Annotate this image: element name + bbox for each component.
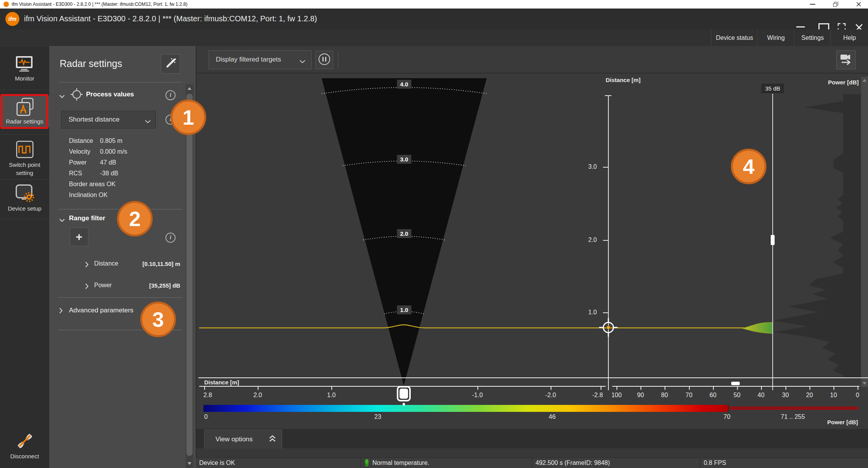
view-options-substrip xyxy=(196,448,868,458)
colorbar-label: 23 xyxy=(374,413,381,420)
range-ring-label: 4.0 xyxy=(397,80,412,89)
ruler-tick-label: 60 xyxy=(710,392,716,399)
range-ring-label: 3.0 xyxy=(397,155,412,164)
annotation-circle-2: 2 xyxy=(117,201,153,237)
colorbar-label: 46 xyxy=(549,413,556,420)
annotation-red-highlight xyxy=(1,94,48,129)
ruler-tick xyxy=(689,386,690,390)
ruler-tick xyxy=(737,386,738,390)
ruler-top-line xyxy=(198,377,868,378)
ruler-handle[interactable] xyxy=(731,382,740,385)
ruler-tick xyxy=(617,386,617,390)
ruler-tick xyxy=(551,386,551,390)
annotation-circle-1: 1 xyxy=(170,99,206,135)
status-temperature: Normal temperature. xyxy=(365,458,528,468)
ruler-tick-label: 1.0 xyxy=(327,392,336,399)
ruler-tick xyxy=(809,386,810,390)
colorbar-label: 71 .. 255 xyxy=(781,413,805,420)
ruler-tick-label: 50 xyxy=(734,392,741,399)
axis-tick xyxy=(603,167,608,168)
ruler-tick-label: 30 xyxy=(782,392,789,399)
ruler-tick-label: 100 xyxy=(611,392,622,399)
ruler-tick-label: 40 xyxy=(758,392,765,399)
slider-handle-dot xyxy=(403,403,405,406)
power-colorbar-overflow xyxy=(729,406,858,410)
status-fps-text: 0.8 FPS xyxy=(704,459,726,466)
distance-axis-title: Distance [m] xyxy=(606,77,641,83)
distance-axis-line xyxy=(608,96,609,390)
scroll-down-arrow[interactable] xyxy=(863,382,866,385)
ruler-tick-label: 0 xyxy=(856,392,859,399)
colorbar-axis-title: Power [dB] xyxy=(827,419,858,425)
target-marker[interactable] xyxy=(599,318,618,338)
thermometer-icon xyxy=(365,459,369,466)
ruler-tick-label: 2.8 xyxy=(203,392,212,399)
ruler-tick-label: 80 xyxy=(661,392,668,399)
annotation-circle-4: 4 xyxy=(731,149,766,184)
ruler-tick-label: 2.0 xyxy=(253,392,262,399)
ruler-tick xyxy=(761,386,762,390)
ruler-tick-label: 20 xyxy=(806,392,813,399)
axis-tick xyxy=(603,240,608,241)
ruler-tick xyxy=(477,386,478,390)
power-histogram xyxy=(773,94,861,377)
ruler-tick-label: -2.8 xyxy=(592,392,603,399)
power-axis-title: Power [dB] xyxy=(828,79,859,86)
axis-tick-label: 1.0 xyxy=(588,309,597,316)
ruler-tick xyxy=(713,386,714,390)
ruler-baseline-power xyxy=(612,386,859,387)
ruler-tick-label: -2.0 xyxy=(545,392,556,399)
app-window: ifm Vision Assistant - E3D300 - 2.8.2.0 … xyxy=(0,0,868,468)
colorbar-label: 70 xyxy=(723,413,730,420)
status-frame-text: 492.500 s (FrameID: 9848) xyxy=(536,459,610,466)
status-separator xyxy=(360,458,361,468)
status-separator xyxy=(532,458,532,468)
ruler-tick xyxy=(641,386,641,390)
range-ring-label: 1.0 xyxy=(397,305,412,314)
ruler-tick-label: 90 xyxy=(637,392,644,399)
status-device-text: Device is OK xyxy=(199,459,235,466)
double-chevron-up-icon xyxy=(269,435,276,444)
power-threshold-label: 35 dB xyxy=(761,84,784,93)
ruler-tick xyxy=(331,386,332,390)
ruler-tick xyxy=(834,386,834,390)
view-options-tab[interactable]: View options xyxy=(204,430,264,449)
ruler-tick xyxy=(858,386,858,390)
axis-cap xyxy=(605,95,611,96)
power-threshold-handle[interactable] xyxy=(771,235,775,245)
range-ring-label: 2.0 xyxy=(397,229,412,238)
target-trace-line xyxy=(199,325,744,328)
power-colorbar[interactable] xyxy=(203,405,728,412)
main-scrollbar[interactable] xyxy=(861,77,868,387)
axis-tick-label: 3.0 xyxy=(588,163,597,170)
status-fps: 0.8 FPS xyxy=(704,458,859,468)
ruler-tick-label: 70 xyxy=(685,392,692,399)
target-power-blob xyxy=(742,322,773,333)
ruler-tick xyxy=(665,386,665,390)
axis-tick-label: 2.0 xyxy=(588,237,597,243)
view-options-collapse-button[interactable] xyxy=(263,430,282,449)
status-temperature-text: Normal temperature. xyxy=(372,459,429,466)
axis-tick xyxy=(603,312,608,313)
ruler-title: Distance [m] xyxy=(204,379,239,386)
scroll-up-arrow[interactable] xyxy=(863,79,866,82)
ruler-tick xyxy=(204,386,205,390)
distance-slider-handle[interactable] xyxy=(397,386,411,401)
annotation-circle-3: 3 xyxy=(140,302,176,337)
colorbar-label: 0 xyxy=(204,413,208,420)
ruler-tick xyxy=(601,386,601,390)
ruler-tick-label: 10 xyxy=(830,392,837,399)
view-options-row xyxy=(196,429,868,448)
status-device: Device is OK xyxy=(199,458,358,468)
ruler-tick xyxy=(785,386,786,390)
status-separator xyxy=(700,458,700,468)
ruler-tick-label: -1.0 xyxy=(472,392,483,399)
ruler-tick xyxy=(258,386,258,390)
status-frame: 492.500 s (FrameID: 9848) xyxy=(536,458,694,468)
